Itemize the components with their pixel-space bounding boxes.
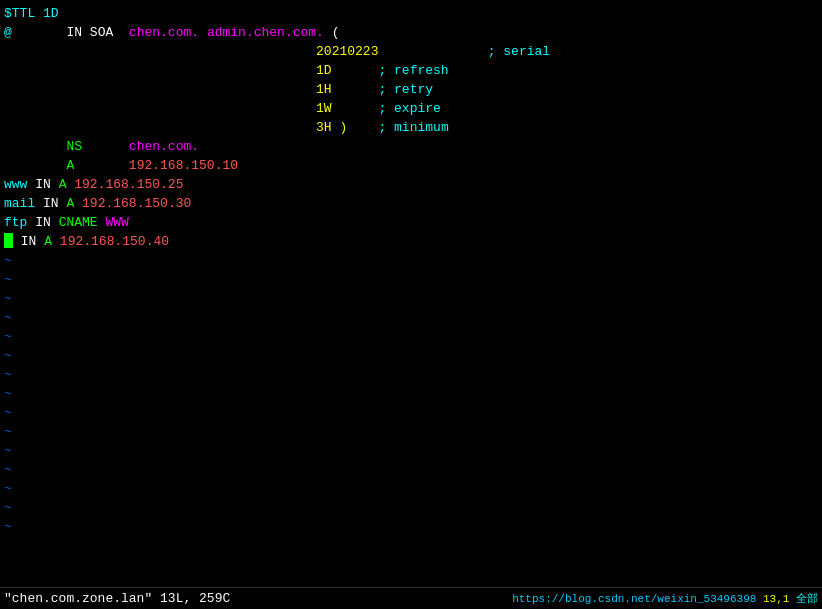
terminal-line: 3H ) ; minimum (4, 118, 818, 137)
terminal-line: ~ (4, 498, 818, 517)
terminal-line: @ IN SOA chen.com. admin.chen.com. ( (4, 23, 818, 42)
terminal-line: www IN A 192.168.150.25 (4, 175, 818, 194)
status-file-info: "chen.com.zone.lan" 13L, 259C (0, 591, 512, 606)
terminal-line: 1D ; refresh (4, 61, 818, 80)
code-area: $TTL 1D@ IN SOA chen.com. admin.chen.com… (4, 4, 818, 536)
terminal-line: ~ (4, 308, 818, 327)
terminal-line: ~ (4, 384, 818, 403)
terminal-line: ~ (4, 479, 818, 498)
terminal-line: ~ (4, 251, 818, 270)
terminal-line: mail IN A 192.168.150.30 (4, 194, 818, 213)
terminal-line: ~ (4, 346, 818, 365)
status-url-position: https://blog.csdn.net/weixin_53496398 13… (512, 591, 822, 606)
terminal-line: ~ (4, 422, 818, 441)
terminal-line: 1W ; expire (4, 99, 818, 118)
terminal-line: ~ (4, 289, 818, 308)
terminal-line: ftp IN CNAME WWW (4, 213, 818, 232)
terminal-line: 1H ; retry (4, 80, 818, 99)
terminal-line: ~ (4, 441, 818, 460)
status-bar: "chen.com.zone.lan" 13L, 259C https://bl… (0, 587, 822, 609)
terminal: $TTL 1D@ IN SOA chen.com. admin.chen.com… (0, 0, 822, 609)
terminal-line: ~ (4, 403, 818, 422)
terminal-line: IN A 192.168.150.40 (4, 232, 818, 251)
terminal-line: NS chen.com. (4, 137, 818, 156)
terminal-line: $TTL 1D (4, 4, 818, 23)
terminal-line: ~ (4, 365, 818, 384)
terminal-line: A 192.168.150.10 (4, 156, 818, 175)
terminal-line: 20210223 ; serial (4, 42, 818, 61)
terminal-line: ~ (4, 327, 818, 346)
terminal-line: ~ (4, 460, 818, 479)
terminal-line: ~ (4, 270, 818, 289)
terminal-line: ~ (4, 517, 818, 536)
